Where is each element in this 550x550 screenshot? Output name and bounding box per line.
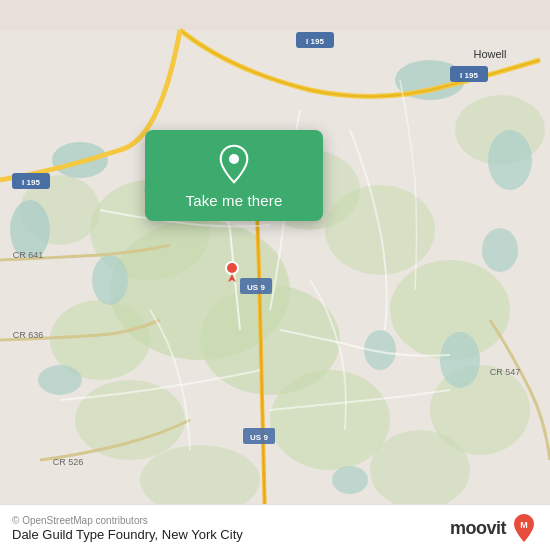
bottom-bar-info: © OpenStreetMap contributors Dale Guild … xyxy=(12,515,243,542)
map-container: I 195 I 195 I 195 Howell CR 641 CR 636 C… xyxy=(0,0,550,550)
location-name: Dale Guild Type Foundry, New York City xyxy=(12,527,243,542)
location-pin-icon xyxy=(214,144,254,184)
location-card: Take me there xyxy=(145,130,323,221)
svg-text:Howell: Howell xyxy=(473,48,506,60)
svg-text:CR 636: CR 636 xyxy=(13,330,44,340)
map-attribution: © OpenStreetMap contributors xyxy=(12,515,243,526)
svg-point-19 xyxy=(488,130,532,190)
svg-point-20 xyxy=(482,228,518,272)
svg-point-8 xyxy=(270,370,390,470)
moovit-brand-text: moovit xyxy=(450,518,506,539)
svg-point-12 xyxy=(370,430,470,510)
moovit-icon: M xyxy=(510,512,538,544)
svg-text:I 195: I 195 xyxy=(22,178,40,187)
svg-text:CR 526: CR 526 xyxy=(53,457,84,467)
svg-text:CR 547: CR 547 xyxy=(490,367,521,377)
svg-point-17 xyxy=(92,255,128,305)
svg-text:I 195: I 195 xyxy=(306,37,324,46)
svg-point-23 xyxy=(38,365,82,395)
svg-text:US 9: US 9 xyxy=(247,283,265,292)
svg-text:M: M xyxy=(520,520,528,530)
moovit-logo: moovit M xyxy=(450,512,538,544)
map-background: I 195 I 195 I 195 Howell CR 641 CR 636 C… xyxy=(0,0,550,550)
svg-point-21 xyxy=(440,332,480,388)
svg-point-24 xyxy=(332,466,368,494)
svg-point-42 xyxy=(229,154,239,164)
svg-text:CR 641: CR 641 xyxy=(13,250,44,260)
svg-text:I 195: I 195 xyxy=(460,71,478,80)
svg-point-41 xyxy=(226,262,238,274)
svg-text:US 9: US 9 xyxy=(250,433,268,442)
bottom-bar: © OpenStreetMap contributors Dale Guild … xyxy=(0,504,550,550)
take-me-there-button[interactable]: Take me there xyxy=(161,192,307,209)
